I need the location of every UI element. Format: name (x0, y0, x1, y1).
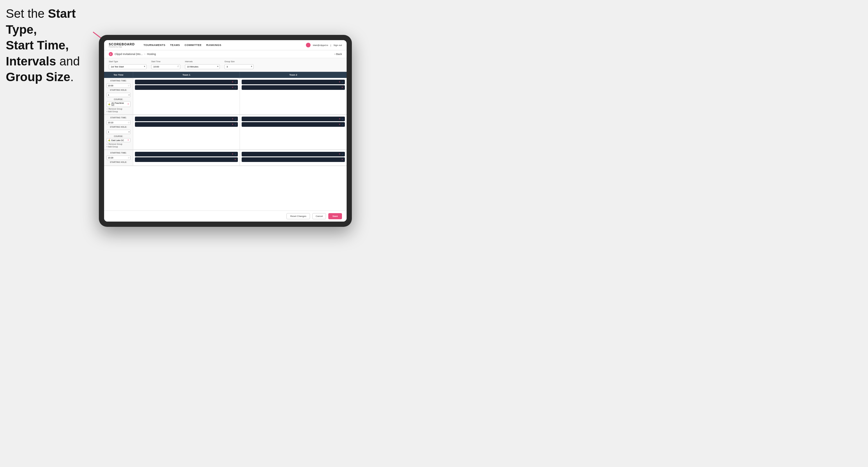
group-actions-1: ○ Remove Group + Add Group (106, 108, 130, 113)
course-name-2: East Lake GC (112, 139, 124, 141)
intervals-select[interactable]: 10 Minutes 8 Minutes 12 Minutes (185, 64, 220, 69)
instruction-text: Set the Start Type, Start Time, Interval… (6, 6, 93, 85)
slot-x-4-1[interactable]: ✕ (339, 118, 341, 120)
start-time-label: Start Time (151, 61, 180, 63)
start-time-group: Start Time (151, 61, 180, 69)
starting-hole-input-2[interactable] (106, 130, 130, 134)
breadcrumb-logo: C (109, 52, 113, 56)
start-type-wrapper: 1st Tee Start Shotgun Start (109, 63, 147, 69)
sign-out-link[interactable]: Sign out (334, 44, 342, 46)
slot-plus-2-1[interactable]: ○ (342, 81, 343, 84)
course-label-2: COURSE: (106, 135, 130, 137)
tablet-frame: SCOREBOARD Powered by clipp TOURNAMENTS … (99, 35, 352, 227)
tee-time-col-2: STARTING TIME: STARTING HOLE: COURSE: ⛳ … (104, 115, 133, 150)
slot-x-2-1[interactable]: ✕ (339, 81, 341, 83)
breadcrumb-separator: › (145, 53, 145, 56)
intervals-group: Intervals 10 Minutes 8 Minutes 12 Minute… (185, 61, 220, 69)
starting-time-input-2[interactable] (106, 120, 130, 125)
slot-plus-1-2[interactable]: ○ (235, 86, 236, 89)
starting-time-input-wrapper-1 (106, 82, 130, 89)
starting-hole-label-3: STARTING HOLE: (106, 161, 130, 163)
breadcrumb-hosting[interactable]: Hosting (147, 53, 156, 56)
start-type-select[interactable]: 1st Tee Start Shotgun Start (109, 64, 147, 69)
start-type-label: Start Type (109, 61, 147, 63)
slot-plus-4-1[interactable]: ○ (342, 118, 343, 120)
add-group-link-1[interactable]: + Add Group (106, 111, 130, 113)
player-slot-4-1: ✕ ○ (242, 117, 345, 121)
starting-time-input-wrapper-2 (106, 119, 130, 126)
slot-x-6-1[interactable]: ✕ (339, 153, 341, 155)
th-team1: Team 1 (133, 72, 240, 78)
save-button[interactable]: Save (328, 213, 342, 219)
slot-plus-1-1[interactable]: ○ (235, 81, 236, 84)
player-slot-6-1: ✕ ○ (242, 152, 345, 156)
player-slot-1-1: ✕ ○ (135, 80, 238, 84)
starting-time-label-2: STARTING TIME: (106, 117, 130, 119)
cancel-button[interactable]: Cancel (312, 213, 326, 219)
slot-x-1-2[interactable]: ✕ (232, 86, 234, 89)
group-actions-2: ○ Remove Group + Add Group (106, 143, 130, 148)
group-body-2: STARTING TIME: STARTING HOLE: COURSE: ⛳ … (104, 115, 347, 150)
reset-changes-button[interactable]: Reset Changes (286, 213, 310, 219)
group-row-2: STARTING TIME: STARTING HOLE: COURSE: ⛳ … (104, 115, 347, 150)
nav-tournaments[interactable]: TOURNAMENTS (143, 43, 165, 46)
course-label-1: COURSE: (106, 98, 130, 100)
logo-text: SCOREBOARD (109, 42, 135, 46)
tee-time-col-3: STARTING TIME: STARTING HOLE: (104, 150, 133, 165)
starting-time-input-3[interactable] (106, 156, 130, 160)
slot-plus-3-2[interactable]: ○ (235, 123, 236, 126)
starting-time-label-3: STARTING TIME: (106, 152, 130, 154)
slot-x-5-1[interactable]: ✕ (232, 153, 234, 155)
player-slot-5-1: ✕ ○ (135, 152, 238, 156)
start-time-input[interactable] (151, 64, 180, 69)
course-icon-1: ⛳ (108, 103, 111, 105)
starting-time-label-1: STARTING TIME: (106, 80, 130, 82)
slot-x-5-2[interactable]: ✕ (235, 158, 236, 161)
breadcrumb-tournament[interactable]: Clippd Invitational (Mo... (115, 53, 143, 56)
course-icon-2: ⛳ (108, 139, 111, 141)
group-body-3: STARTING TIME: STARTING HOLE: ✕ ○ ✕ (104, 150, 347, 165)
slot-x-3-1[interactable]: ✕ (232, 118, 234, 120)
slot-x-1-1[interactable]: ✕ (232, 81, 234, 83)
course-remove-2[interactable]: ✕ (127, 139, 129, 141)
slot-plus-3-1[interactable]: ○ (235, 118, 236, 120)
player-slot-2-2: ✕ (242, 85, 345, 90)
player-slot-5-2: ✕ (135, 157, 238, 162)
player-slot-6-2: ✕ (242, 157, 345, 162)
remove-group-link-1[interactable]: ○ Remove Group (106, 108, 130, 110)
nav-links: TOURNAMENTS TEAMS COMMITTEE RANKINGS (143, 43, 300, 46)
group-size-label: Group Size (224, 61, 254, 63)
starting-hole-input-1[interactable] (106, 93, 130, 97)
back-button[interactable]: ‹ Back (334, 53, 342, 56)
player-slot-1-2: ✕ ○ (135, 85, 238, 90)
slot-x-2-2[interactable]: ✕ (341, 86, 343, 89)
nav-teams[interactable]: TEAMS (170, 43, 180, 46)
slot-x-6-2[interactable]: ✕ (341, 158, 343, 161)
starting-hole-wrapper-1 (106, 92, 130, 98)
slot-plus-6-1[interactable]: ○ (342, 153, 343, 156)
nav-separator: | (331, 44, 331, 46)
breadcrumb-bar: C Clippd Invitational (Mo... › Hosting ‹… (104, 50, 347, 58)
starting-time-input-wrapper-3 (106, 154, 130, 161)
group-size-select[interactable]: 3 2 4 (224, 64, 254, 69)
tee-time-col-1: STARTING TIME: STARTING HOLE: COURSE: ⛳ … (104, 78, 133, 114)
user-avatar (306, 43, 311, 48)
slot-plus-5-1[interactable]: ○ (235, 153, 236, 156)
starting-time-input-1[interactable] (106, 84, 130, 88)
slot-x-4-2[interactable]: ✕ (339, 123, 341, 126)
remove-group-link-2[interactable]: ○ Remove Group (106, 143, 130, 145)
group-row-1: STARTING TIME: STARTING HOLE: COURSE: ⛳ … (104, 78, 347, 115)
slot-plus-4-2[interactable]: ○ (342, 123, 343, 126)
th-tee-time: Tee Time (104, 72, 133, 78)
th-team2: Team 2 (240, 72, 347, 78)
intervals-wrapper: 10 Minutes 8 Minutes 12 Minutes (185, 63, 220, 69)
nav-committee[interactable]: COMMITTEE (185, 43, 202, 46)
logo-sub: Powered by clipp (109, 46, 135, 48)
controls-row: Start Type 1st Tee Start Shotgun Start S… (104, 58, 347, 72)
course-remove-1[interactable]: ✕ (127, 103, 129, 105)
slot-x-3-2[interactable]: ✕ (232, 123, 234, 126)
course-tag-1: ⛳ (A) Peachtree GC ✕ (106, 101, 130, 107)
add-group-link-2[interactable]: + Add Group (106, 146, 130, 148)
group-row-3: STARTING TIME: STARTING HOLE: ✕ ○ ✕ (104, 150, 347, 166)
nav-rankings[interactable]: RANKINGS (206, 43, 221, 46)
